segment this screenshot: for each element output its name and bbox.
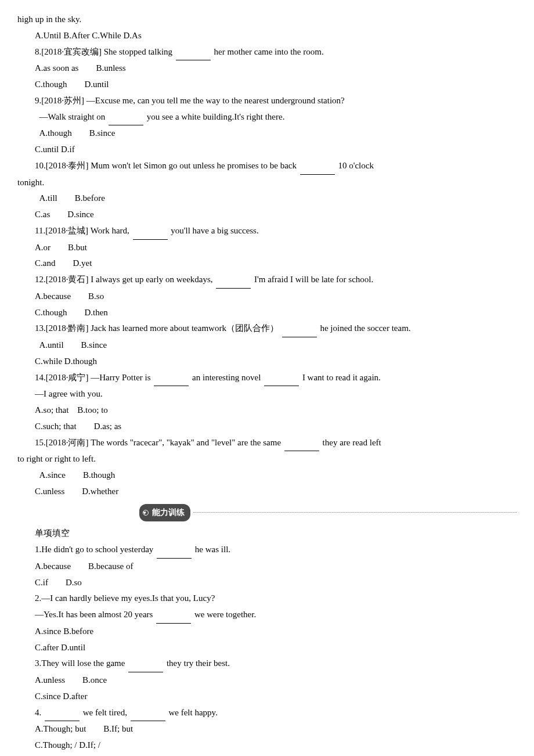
q11: 11.[2018·盐城] Work hard, you'll have a bi… <box>17 223 517 240</box>
p3: 3.They will lose the game they try their… <box>17 656 517 672</box>
q8: 8.[2018·宜宾改编] She stopped talking her mo… <box>17 44 517 61</box>
q11-opts-b: C.and D.yet <box>17 255 517 272</box>
p1: 1.He didn't go to school yesterday he wa… <box>17 542 517 559</box>
dotted-line <box>193 512 517 513</box>
p3-opts-b: C.since D.after <box>17 689 517 705</box>
q9-opts-a: A.though B.since <box>17 125 517 142</box>
p1-opts-a: A.because B.because of <box>17 559 517 575</box>
blank <box>264 370 299 387</box>
q13: 13.[2018·黔南] Jack has learned more about… <box>17 321 517 337</box>
blank <box>131 705 165 722</box>
blank <box>216 272 251 289</box>
q13-opts-a: A.until B.since <box>17 337 517 354</box>
blank <box>45 705 80 722</box>
q10-line1: 10.[2018·泰州] Mum won't let Simon go out … <box>17 158 517 175</box>
q8-opts-a: A.as soon as B.unless <box>17 60 517 77</box>
q15-opts-b: C.unless D.whether <box>17 484 517 500</box>
blank <box>163 754 198 756</box>
p4: 4. we felt tired, we felt happy. <box>17 705 517 722</box>
blank <box>100 754 135 756</box>
q13-opts-b: C.while D.though <box>17 354 517 370</box>
p1-opts-b: C.if D.so <box>17 575 517 591</box>
blank <box>300 158 335 175</box>
blank <box>284 435 319 452</box>
blank <box>282 321 317 337</box>
q15-line2: to right or right to left. <box>17 451 517 467</box>
blank <box>176 44 211 61</box>
blank <box>133 223 168 240</box>
subsection-title: 单项填空 <box>17 525 517 542</box>
q9-opts-b: C.until D.if <box>17 142 517 158</box>
p2-opts-a: A.since B.before <box>17 624 517 640</box>
q12-opts-a: A.because B.so <box>17 289 517 305</box>
blank <box>157 542 192 559</box>
q10-opts-a: A.till B.before <box>17 190 517 207</box>
q7-options: A.Until B.After C.While D.As <box>17 28 517 44</box>
q14-opts-b: C.such; that D.as; as <box>17 419 517 435</box>
section-badge: 能力训练 <box>139 504 190 521</box>
q14-line1: 14.[2018·咸宁] —Harry Potter is an interes… <box>17 370 517 387</box>
blank <box>128 656 163 672</box>
blank <box>154 370 189 387</box>
p2-opts-b: C.after D.until <box>17 640 517 656</box>
q10-line2: tonight. <box>17 175 517 191</box>
q12: 12.[2018·黄石] I always get up early on we… <box>17 272 517 289</box>
section-divider: 能力训练 <box>17 504 517 521</box>
p2-line2: —Yes.It has been almost 20 years we were… <box>17 607 517 624</box>
blank <box>156 607 191 624</box>
badge-icon <box>143 510 149 516</box>
p3-opts-a: A.unless B.once <box>17 672 517 689</box>
q14-opts-a: A.so; that B.too; to <box>17 402 517 419</box>
section-label: 能力训练 <box>152 505 185 520</box>
q9-line1: 9.[2018·苏州] —Excuse me, can you tell me … <box>17 93 517 109</box>
q15-line1: 15.[2018·河南] The words "racecar", "kayak… <box>17 435 517 452</box>
blank <box>109 109 143 126</box>
q8-opts-b: C.though D.until <box>17 77 517 93</box>
p2-line1: 2.—I can hardly believe my eyes.Is that … <box>17 591 517 607</box>
p4-opts-b: C.Though; / D.If; / <box>17 737 517 754</box>
q7-tail: high up in the sky. <box>17 12 517 28</box>
q14-line2: —I agree with you. <box>17 386 517 402</box>
p4-opts-a: A.Though; but B.If; but <box>17 721 517 737</box>
p5: 5.The little boy is lovely everyone like… <box>17 754 517 756</box>
q11-opts-a: A.or B.but <box>17 240 517 256</box>
q9-line2: —Walk straight on you see a white buildi… <box>17 109 517 126</box>
q15-opts-a: A.since B.though <box>17 467 517 484</box>
q10-opts-b: C.as D.since <box>17 207 517 223</box>
q12-opts-b: C.though D.then <box>17 305 517 321</box>
